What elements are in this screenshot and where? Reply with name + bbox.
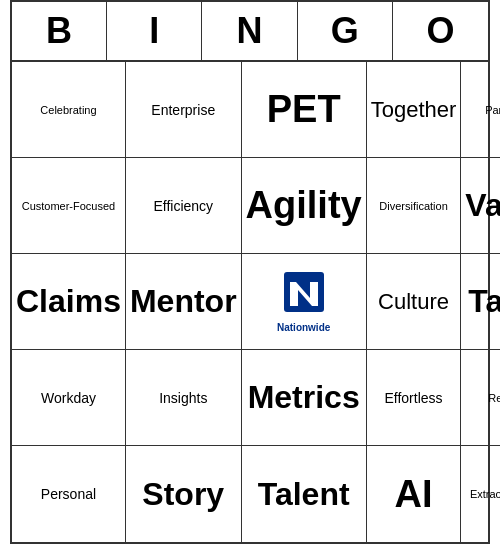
header-letter: N — [202, 2, 297, 60]
nationwide-text: Nationwide — [277, 322, 330, 333]
bingo-cell: Customer-Focused — [12, 158, 126, 254]
cell-text: Talent — [258, 476, 350, 513]
header-letter: B — [12, 2, 107, 60]
bingo-cell: Values — [461, 158, 500, 254]
bingo-cell: Extraordinary Care — [461, 446, 500, 542]
bingo-cell: Agility — [242, 158, 367, 254]
bingo-cell: PET — [242, 62, 367, 158]
cell-text: Claims — [16, 283, 121, 320]
cell-text: Metrics — [248, 379, 360, 416]
cell-text: Extraordinary Care — [470, 488, 500, 500]
cell-text: Celebrating — [40, 104, 96, 116]
cell-text: Mentor — [130, 283, 237, 320]
cell-text: Enterprise — [151, 102, 215, 118]
cell-text: Together — [371, 97, 457, 123]
bingo-cell: Partnerships — [461, 62, 500, 158]
bingo-cell: Insights — [126, 350, 242, 446]
bingo-cell: Nationwide — [242, 254, 367, 350]
bingo-cell: Celebrating — [12, 62, 126, 158]
bingo-cell: Story — [126, 446, 242, 542]
bingo-cell: Enterprise — [126, 62, 242, 158]
cell-text: PET — [267, 88, 341, 131]
cell-text: Reassuring — [488, 392, 500, 404]
cell-text: Values — [465, 187, 500, 224]
cell-text: Culture — [378, 289, 449, 315]
bingo-cell: Effortless — [367, 350, 462, 446]
bingo-cell: Together — [367, 62, 462, 158]
bingo-header: BINGO — [12, 2, 488, 62]
cell-text: AI — [395, 473, 433, 516]
bingo-cell: Culture — [367, 254, 462, 350]
cell-text: Personal — [41, 486, 96, 502]
bingo-cell: Talent — [242, 446, 367, 542]
bingo-cell: Mentor — [126, 254, 242, 350]
cell-text: Effortless — [384, 390, 442, 406]
bingo-cell: AI — [367, 446, 462, 542]
header-letter: I — [107, 2, 202, 60]
bingo-cell: Metrics — [242, 350, 367, 446]
header-letter: G — [298, 2, 393, 60]
cell-text: Partnerships — [485, 104, 500, 116]
bingo-cell: Personal — [12, 446, 126, 542]
bingo-cell: Diversification — [367, 158, 462, 254]
cell-text: Agility — [246, 184, 362, 227]
bingo-cell: Target — [461, 254, 500, 350]
cell-text: Diversification — [379, 200, 447, 212]
bingo-grid: CelebratingEnterprisePETTogetherPartners… — [12, 62, 488, 542]
cell-text: Customer-Focused — [22, 200, 116, 212]
bingo-cell: Reassuring — [461, 350, 500, 446]
cell-text: Efficiency — [153, 198, 213, 214]
cell-text: Story — [142, 476, 224, 513]
bingo-cell: Claims — [12, 254, 126, 350]
bingo-cell: Efficiency — [126, 158, 242, 254]
nationwide-logo: Nationwide — [277, 270, 330, 333]
cell-text: Workday — [41, 390, 96, 406]
header-letter: O — [393, 2, 488, 60]
cell-text: Target — [468, 283, 500, 320]
bingo-card: BINGO CelebratingEnterprisePETTogetherPa… — [10, 0, 490, 544]
cell-text: Insights — [159, 390, 207, 406]
bingo-cell: Workday — [12, 350, 126, 446]
